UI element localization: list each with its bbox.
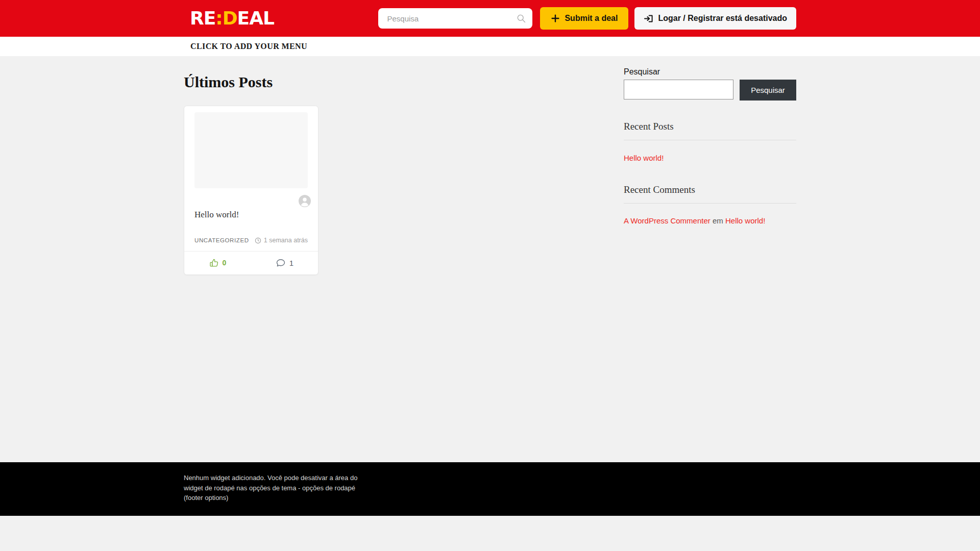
login-register-label: Logar / Registrar está desativado xyxy=(658,14,787,23)
divider xyxy=(624,140,796,140)
post-time: 1 semana atrás xyxy=(255,237,308,244)
author-avatar[interactable] xyxy=(299,195,311,207)
header-search xyxy=(378,8,532,29)
submit-deal-button[interactable]: Submit a deal xyxy=(540,7,628,30)
site-logo[interactable]: RE:DEAL xyxy=(184,9,274,28)
login-register-button[interactable]: Logar / Registrar está desativado xyxy=(634,7,796,30)
post-title-link[interactable]: Hello world! xyxy=(194,210,308,220)
avatar-row xyxy=(184,188,318,207)
header-bar: RE:DEAL Submit a deal xyxy=(0,0,980,37)
post-card-footer: 0 1 xyxy=(184,251,318,274)
post-meta: UNCATEGORIZED 1 semana atrás xyxy=(194,237,308,244)
logo-text-eal: EAL xyxy=(237,8,274,29)
recent-posts-heading: Recent Posts xyxy=(624,121,796,132)
post-time-label: 1 semana atrás xyxy=(264,237,308,244)
comment-connector: em xyxy=(713,216,723,225)
logo-text-re: RE xyxy=(190,8,215,29)
thumbs-up-icon xyxy=(209,258,219,268)
like-button[interactable]: 0 xyxy=(184,252,251,274)
recent-comment-item: A WordPress Commenter em Hello world! xyxy=(624,216,796,225)
clock-icon xyxy=(255,237,261,244)
search-icon[interactable] xyxy=(516,13,526,26)
comment-icon xyxy=(276,258,286,268)
header-search-input[interactable] xyxy=(378,8,532,29)
posts-column: Últimos Posts Hello world! UNCATEGORIZED xyxy=(184,56,602,275)
add-menu-placeholder[interactable]: CLICK TO ADD YOUR MENU xyxy=(184,42,307,51)
comment-post-link[interactable]: Hello world! xyxy=(725,216,765,225)
divider xyxy=(624,203,796,204)
comment-author-link[interactable]: A WordPress Commenter xyxy=(624,216,710,225)
footer-widget-notice: Nenhum widget adicionado. Você pode desa… xyxy=(184,462,374,503)
logo-text-d: D xyxy=(223,8,237,29)
comment-count: 1 xyxy=(289,259,293,267)
post-thumbnail[interactable] xyxy=(194,112,308,188)
submit-deal-label: Submit a deal xyxy=(565,14,618,23)
recent-comments-heading: Recent Comments xyxy=(624,184,796,195)
sidebar-search-form: Pesquisar xyxy=(624,80,796,101)
post-card: Hello world! UNCATEGORIZED 1 semana atrá… xyxy=(184,106,318,275)
recent-post-link[interactable]: Hello world! xyxy=(624,154,664,162)
comments-link[interactable]: 1 xyxy=(251,252,318,274)
sidebar: Pesquisar Pesquisar Recent Posts Hello w… xyxy=(624,56,796,275)
content-area: Últimos Posts Hello world! UNCATEGORIZED xyxy=(0,56,980,462)
person-icon xyxy=(299,195,311,207)
page-footer: Nenhum widget adicionado. Você pode desa… xyxy=(0,462,980,516)
menu-bar: CLICK TO ADD YOUR MENU xyxy=(0,37,980,56)
sidebar-search-label: Pesquisar xyxy=(624,67,796,77)
plus-icon xyxy=(551,14,560,23)
login-icon xyxy=(644,14,653,23)
sidebar-search-input[interactable] xyxy=(624,80,733,99)
sidebar-search-button[interactable]: Pesquisar xyxy=(740,80,796,101)
logo-colon: : xyxy=(215,8,222,29)
post-category-link[interactable]: UNCATEGORIZED xyxy=(194,237,249,243)
page-title: Últimos Posts xyxy=(184,73,602,91)
like-count: 0 xyxy=(223,259,227,267)
